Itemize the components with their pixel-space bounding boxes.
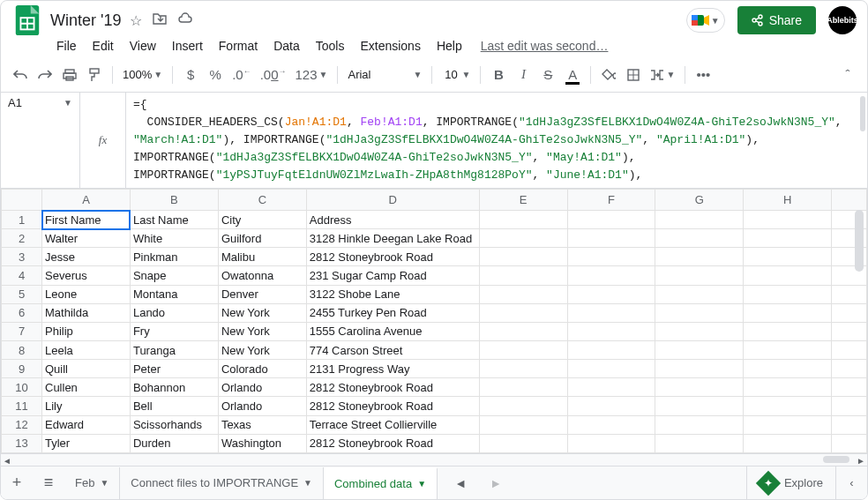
menu-tools[interactable]: Tools — [310, 37, 351, 55]
cell[interactable]: 2455 Turkey Pen Road — [306, 303, 479, 322]
cell[interactable]: New York — [218, 322, 306, 340]
cell[interactable]: Peter — [130, 360, 218, 378]
strikethrough-button[interactable]: S — [537, 63, 558, 86]
cell[interactable]: Address — [306, 211, 479, 229]
fill-color-button[interactable] — [598, 63, 619, 86]
cell[interactable]: Denver — [218, 285, 306, 303]
select-all-corner[interactable] — [2, 190, 42, 211]
cell[interactable] — [744, 266, 832, 285]
cell[interactable] — [744, 322, 832, 340]
row-header[interactable]: 3 — [2, 248, 42, 266]
row-header[interactable]: 9 — [2, 360, 42, 378]
borders-button[interactable] — [623, 63, 644, 86]
table-row[interactable]: 6MathildaLandoNew York2455 Turkey Pen Ro… — [2, 303, 867, 322]
cell[interactable]: Guilford — [218, 229, 306, 248]
cell[interactable] — [655, 303, 744, 322]
all-sheets-button[interactable]: ≡ — [33, 467, 64, 499]
meet-button[interactable]: ▼ — [686, 8, 725, 33]
zoom-select[interactable]: 100%▼ — [120, 63, 165, 86]
cell[interactable]: Washington — [218, 434, 306, 452]
side-panel-toggle[interactable]: ‹ — [835, 466, 867, 499]
cell[interactable]: Pinkman — [130, 248, 218, 266]
cell[interactable] — [744, 211, 832, 229]
print-button[interactable] — [59, 63, 80, 86]
cell[interactable]: Turanga — [130, 340, 218, 359]
table-row[interactable]: 9QuillPeterColorado2131 Progress Way — [2, 360, 867, 378]
cell[interactable] — [567, 303, 655, 322]
cell[interactable] — [567, 397, 655, 415]
menu-help[interactable]: Help — [430, 37, 468, 55]
col-header-G[interactable]: G — [655, 190, 744, 211]
cell[interactable]: 3128 Hinkle Deegan Lake Road — [306, 229, 479, 248]
cell[interactable]: Leela — [42, 340, 131, 359]
cell[interactable]: Terrace Street Collierville — [306, 415, 479, 434]
cell[interactable]: First Name — [42, 211, 131, 229]
more-toolbar-button[interactable]: ••• — [692, 63, 714, 86]
cell[interactable] — [479, 211, 567, 229]
menu-view[interactable]: View — [123, 37, 162, 55]
row-header[interactable]: 13 — [2, 434, 42, 452]
cell[interactable] — [655, 285, 744, 303]
cell[interactable]: Orlando — [218, 397, 306, 415]
cell[interactable]: Scissorhands — [130, 415, 218, 434]
horizontal-scrollbar[interactable]: ◄ ► — [1, 453, 867, 466]
sheet-tab-combined[interactable]: Combined data▼ — [324, 467, 438, 499]
cell[interactable]: Snape — [130, 266, 218, 285]
cell[interactable]: Philip — [42, 322, 131, 340]
cell[interactable] — [744, 397, 832, 415]
cell[interactable]: Durden — [130, 434, 218, 452]
cell[interactable]: 2131 Progress Way — [306, 360, 479, 378]
cell[interactable] — [479, 248, 567, 266]
formula-bar[interactable]: ={ CONSIDER_HEADERS_CS(Jan!A1:D1, Feb!A1… — [126, 93, 867, 188]
cell[interactable] — [744, 340, 832, 359]
cell[interactable] — [655, 322, 744, 340]
merge-button[interactable]: ▼ — [647, 63, 677, 86]
move-icon[interactable] — [153, 12, 167, 28]
col-header-D[interactable]: D — [306, 190, 479, 211]
cell[interactable] — [479, 303, 567, 322]
row-header[interactable]: 2 — [2, 229, 42, 248]
table-row[interactable]: 10CullenBohannonOrlando2812 Stoneybrook … — [2, 378, 867, 397]
cell[interactable] — [655, 211, 744, 229]
table-row[interactable]: 13TylerDurdenWashington2812 Stoneybrook … — [2, 434, 867, 452]
table-row[interactable]: 3JessePinkmanMalibu2812 Stoneybrook Road — [2, 248, 867, 266]
formula-scrollbar[interactable] — [860, 96, 865, 131]
cell[interactable]: Colorado — [218, 360, 306, 378]
spreadsheet-grid[interactable]: A B C D E F G H 1First NameLast NameCity… — [1, 189, 867, 453]
font-size-select[interactable]: 10▼ — [439, 63, 473, 86]
row-header[interactable]: 5 — [2, 285, 42, 303]
cell[interactable]: 2812 Stoneybrook Road — [306, 378, 479, 397]
cell[interactable] — [744, 248, 832, 266]
table-row[interactable]: 1First NameLast NameCityAddress — [2, 211, 867, 229]
bold-button[interactable]: B — [488, 63, 509, 86]
cell[interactable]: 2812 Stoneybrook Road — [306, 248, 479, 266]
star-icon[interactable]: ☆ — [130, 12, 142, 29]
cell[interactable]: City — [218, 211, 306, 229]
cell[interactable] — [744, 229, 832, 248]
table-row[interactable]: 7PhilipFryNew York1555 Carolina Avenue — [2, 322, 867, 340]
cell[interactable] — [744, 378, 832, 397]
cell[interactable]: Bohannon — [130, 378, 218, 397]
cell[interactable]: 3122 Shobe Lane — [306, 285, 479, 303]
cell[interactable]: New York — [218, 340, 306, 359]
cell[interactable]: Cullen — [42, 378, 131, 397]
cell[interactable]: Edward — [42, 415, 131, 434]
cell[interactable]: 1555 Carolina Avenue — [306, 322, 479, 340]
row-header[interactable]: 8 — [2, 340, 42, 359]
cell[interactable] — [744, 434, 832, 452]
cell[interactable]: New York — [218, 303, 306, 322]
sheets-logo[interactable] — [11, 4, 43, 36]
cell[interactable]: Leone — [42, 285, 131, 303]
cell[interactable]: 2812 Stoneybrook Road — [306, 397, 479, 415]
cell[interactable] — [567, 340, 655, 359]
table-row[interactable]: 8LeelaTurangaNew York774 Carson Street — [2, 340, 867, 359]
cell[interactable] — [479, 415, 567, 434]
table-row[interactable]: 4SeverusSnapeOwatonna231 Sugar Camp Road — [2, 266, 867, 285]
cell[interactable] — [655, 378, 744, 397]
row-header[interactable]: 10 — [2, 378, 42, 397]
paint-format-button[interactable] — [84, 63, 105, 86]
cell[interactable] — [744, 285, 832, 303]
cell[interactable] — [744, 303, 832, 322]
cell[interactable] — [655, 434, 744, 452]
cell[interactable] — [479, 229, 567, 248]
